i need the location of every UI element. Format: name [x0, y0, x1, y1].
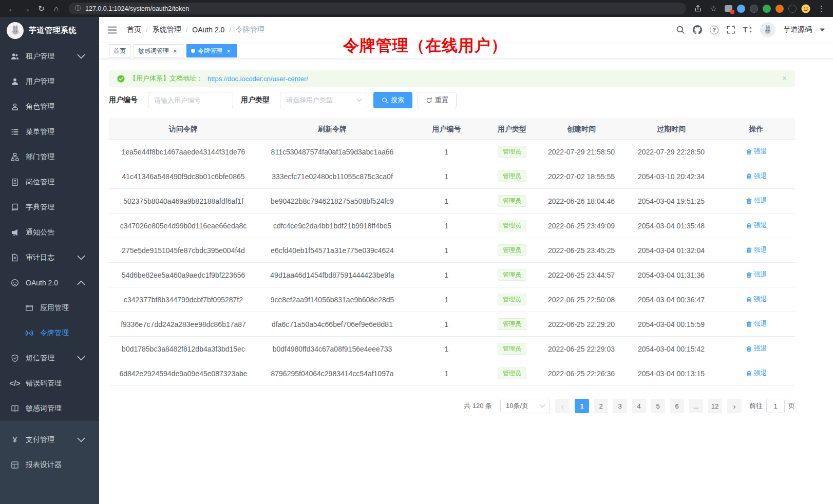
- prev-page-button[interactable]: ‹: [555, 399, 570, 413]
- expire-time-cell: 2054-03-04 00:36:47: [625, 287, 717, 312]
- force-logout-button[interactable]: 强退: [746, 245, 767, 255]
- tab-label: 敏感词管理: [138, 47, 169, 55]
- breadcrumb-item[interactable]: OAuth 2.0: [192, 26, 224, 34]
- user-name[interactable]: 芋道源码: [783, 25, 812, 34]
- tab-sensitive-word[interactable]: 敏感词管理×: [134, 44, 183, 57]
- next-page-button[interactable]: ›: [727, 399, 742, 413]
- menu-kebab-icon[interactable]: ⋮: [815, 3, 828, 15]
- force-logout-label: 强退: [754, 196, 767, 205]
- breadcrumb-item: 令牌管理: [236, 25, 264, 34]
- profile-avatar[interactable]: [801, 4, 810, 13]
- fullscreen-icon[interactable]: [726, 25, 735, 34]
- extension-icon-1[interactable]: [725, 5, 732, 12]
- sidebar-item-sensitiveword[interactable]: 敏感词管理: [0, 396, 99, 421]
- page-button-3[interactable]: 3: [613, 399, 627, 413]
- help-icon[interactable]: ?: [710, 26, 718, 34]
- goto-page-input[interactable]: [766, 399, 785, 413]
- goto-label: 前往: [749, 401, 763, 411]
- page-size-select[interactable]: 10条/页: [500, 399, 550, 413]
- reload-icon[interactable]: ↻: [35, 3, 48, 15]
- reset-button[interactable]: 重置: [418, 92, 457, 108]
- force-logout-button[interactable]: 强退: [746, 171, 767, 181]
- force-logout-label: 强退: [754, 147, 767, 156]
- action-cell: 强退: [717, 287, 795, 312]
- sidebar-item-role[interactable]: 角色管理: [0, 94, 99, 119]
- sidebar-item-report[interactable]: 报表设计器: [0, 452, 99, 477]
- url-text: 127.0.0.1:1024/system/oauth2/token: [85, 5, 189, 12]
- table-row: 1ea5e44f8bc1467aaede43144f31de76811c5304…: [109, 140, 795, 164]
- tab-token-mgmt[interactable]: 令牌管理×: [186, 44, 237, 57]
- sidebar-item-dept[interactable]: 部门管理: [0, 144, 99, 169]
- force-logout-button[interactable]: 强退: [746, 344, 767, 353]
- user-type-cell: 管理员: [486, 263, 538, 287]
- caret-down-icon[interactable]: [820, 28, 825, 32]
- user-type-select[interactable]: 请选择用户类型: [280, 92, 367, 108]
- tab-close-icon[interactable]: ×: [172, 47, 179, 54]
- force-logout-button[interactable]: 强退: [746, 369, 767, 378]
- forward-icon[interactable]: →: [20, 3, 33, 15]
- user-id-input[interactable]: [148, 92, 233, 108]
- tab-close-icon[interactable]: ×: [225, 47, 232, 54]
- delete-icon: [746, 345, 752, 352]
- sidebar-item-pay[interactable]: ¥支付管理: [0, 427, 99, 452]
- extension-icon-5[interactable]: [775, 5, 784, 13]
- page-button-1[interactable]: 1: [575, 399, 589, 413]
- reset-button-label: 重置: [435, 95, 448, 105]
- app-logo[interactable]: 芋道管理系统: [0, 17, 99, 44]
- alert-close-icon[interactable]: ×: [782, 74, 787, 83]
- github-icon[interactable]: [693, 25, 702, 34]
- user-id-cell: 1: [407, 361, 486, 386]
- sidebar-item-label: OAuth 2.0: [26, 279, 58, 287]
- search-button[interactable]: 搜索: [373, 92, 412, 108]
- sidebar-item-tenant[interactable]: 租户管理: [0, 44, 99, 69]
- hamburger-icon[interactable]: [107, 26, 117, 34]
- breadcrumb-item[interactable]: 首页: [127, 25, 141, 34]
- chevron-down-icon: [540, 404, 545, 408]
- page-button-5[interactable]: 5: [651, 399, 665, 413]
- sidebar-item-errorcode[interactable]: </>错误码管理: [0, 371, 99, 396]
- sidebar-item-post[interactable]: 岗位管理: [0, 169, 99, 195]
- force-logout-button[interactable]: 强退: [746, 295, 767, 304]
- sidebar-item-sms[interactable]: 短信管理: [0, 345, 99, 371]
- extension-icon-4[interactable]: [763, 5, 771, 13]
- back-icon[interactable]: ←: [5, 3, 18, 15]
- search-icon[interactable]: [676, 25, 685, 34]
- sidebar-item-dict[interactable]: 字典管理: [0, 195, 99, 220]
- site-info-icon[interactable]: ⓘ: [75, 4, 81, 13]
- sidebar-item-user[interactable]: 用户管理: [0, 69, 99, 94]
- font-size-icon[interactable]: T: [743, 25, 752, 34]
- bookmark-star-icon[interactable]: ☆: [707, 3, 720, 15]
- breadcrumb: 首页/系统管理/OAuth 2.0/令牌管理: [127, 25, 264, 34]
- sidebar-item-oauth2-token[interactable]: 令牌管理: [0, 320, 99, 345]
- pager-ellipsis[interactable]: ...: [689, 399, 703, 413]
- extension-icon-6[interactable]: [788, 5, 797, 13]
- sidebar-item-notice[interactable]: 通知公告: [0, 220, 99, 245]
- extension-icon-2[interactable]: [737, 5, 745, 13]
- search-icon: [382, 97, 388, 104]
- page-button-4[interactable]: 4: [632, 399, 646, 413]
- sidebar-item-oauth2-app[interactable]: 应用管理: [0, 295, 99, 320]
- breadcrumb-item[interactable]: 系统管理: [153, 25, 181, 34]
- sidebar-item-menu[interactable]: 菜单管理: [0, 119, 99, 144]
- tab-home[interactable]: 首页: [109, 44, 130, 57]
- force-logout-button[interactable]: 强退: [746, 319, 767, 328]
- user-avatar[interactable]: [760, 22, 775, 37]
- force-logout-button[interactable]: 强退: [746, 147, 767, 156]
- alert-doc-link[interactable]: https://doc.iocoder.cn/user-center/: [207, 75, 308, 83]
- user-type-badge: 管理员: [498, 343, 526, 355]
- page-button-6[interactable]: 6: [670, 399, 684, 413]
- home-icon[interactable]: ⌂: [50, 3, 63, 15]
- force-logout-button[interactable]: 强退: [746, 270, 767, 279]
- sidebar-item-label: 支付管理: [26, 435, 54, 444]
- sidebar-item-oauth2[interactable]: OAuth 2.0: [0, 270, 99, 295]
- force-logout-button[interactable]: 强退: [746, 221, 767, 230]
- oauth2-icon: [11, 279, 19, 287]
- extension-icon-3[interactable]: [750, 5, 758, 13]
- share-icon[interactable]: [693, 5, 703, 12]
- page-button-12[interactable]: 12: [708, 399, 722, 413]
- created-time-cell: 2022-07-02 18:55:55: [538, 164, 625, 189]
- sidebar-item-auditlog[interactable]: 审计日志: [0, 245, 99, 270]
- force-logout-button[interactable]: 强退: [746, 196, 767, 205]
- page-button-2[interactable]: 2: [594, 399, 608, 413]
- url-bar[interactable]: ⓘ 127.0.0.1:1024/system/oauth2/token: [69, 3, 686, 14]
